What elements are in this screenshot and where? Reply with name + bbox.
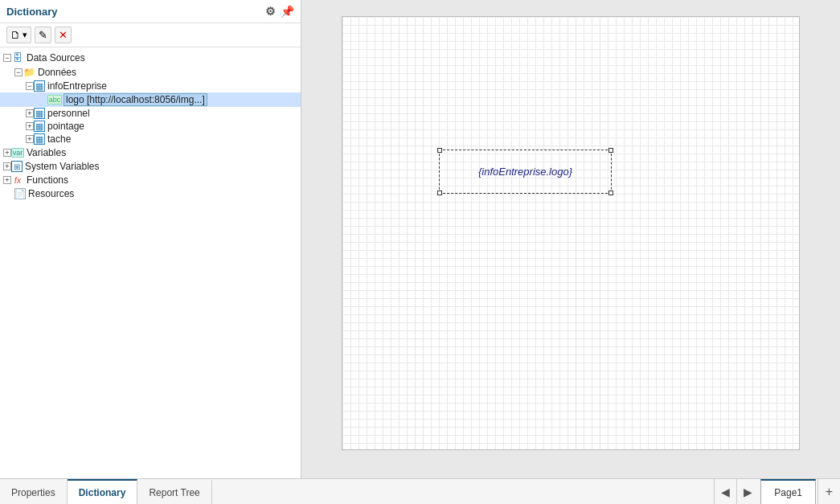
expand-icon-donnees[interactable]: − [14,68,23,76]
panel-header: Dictionary ⚙ 📌 [0,0,301,23]
handle-tr[interactable] [608,148,613,153]
panel-title: Dictionary [6,6,58,18]
tab-properties-label: Properties [11,487,55,498]
add-dropdown-icon: ▾ [23,30,27,40]
bottom-bar: Properties Dictionary Report Tree ◀ ▶ Pa… [0,478,840,504]
delete-button[interactable]: ✕ [55,27,72,43]
tree-label-data-sources: Data Sources [27,52,85,64]
tree-node-functions[interactable]: + fx Functions [0,173,301,187]
table-icon-personnel: ▦ [34,108,45,119]
var-icon: var [11,146,24,159]
expand-icon-infoentreprise[interactable]: − [26,82,34,90]
sysvar-icon: ⊞ [11,161,23,172]
tree-node-donnees[interactable]: − 📁 Données [0,65,301,80]
tree-area: − 🗄 Data Sources − 📁 Données − ▦ infoEnt… [0,47,301,478]
fx-icon: fx [11,174,24,186]
db-icon: 🗄 [11,51,24,64]
add-icon: 🗋 [10,29,21,41]
gear-icon[interactable]: ⚙ [265,5,276,18]
expand-icon-pointage[interactable]: + [26,122,34,130]
right-panel: {infoEntreprise.logo} [301,0,840,478]
expand-icon-resources [3,188,14,199]
tab-report-tree-label: Report Tree [149,487,199,498]
tree-label-functions: Functions [27,174,68,186]
next-page-button[interactable]: ▶ [736,479,759,505]
edit-icon: ✎ [39,29,47,41]
page1-label: Page1 [774,487,802,498]
add-page-button[interactable]: + [817,479,840,505]
tree-label-logo: logo [http://localhost:8056/img...] [64,93,207,106]
tree-label-tache: tache [47,133,71,145]
expand-icon-variables[interactable]: + [3,149,11,157]
pin-icon[interactable]: 📌 [281,5,294,18]
page-nav: ◀ ▶ Page1 + [714,479,840,504]
edit-button[interactable]: ✎ [35,27,51,43]
handle-br[interactable] [608,191,613,195]
tree-node-resources[interactable]: 📄 Resources [0,187,301,200]
canvas[interactable]: {infoEntreprise.logo} [342,16,800,450]
tree-label-pointage: pointage [47,121,84,132]
expand-icon-logo [37,94,48,105]
table-icon-pointage: ▦ [34,121,45,132]
tree-label-variables: Variables [27,147,66,158]
table-icon-tache: ▦ [34,133,45,145]
canvas-wrapper: {infoEntreprise.logo} [318,16,824,462]
field-abc-icon: abc [48,93,61,106]
table-icon-infoentreprise: ▦ [34,80,45,92]
tab-dictionary[interactable]: Dictionary [68,479,138,504]
tree-label-personnel: personnel [47,108,90,119]
handle-bl[interactable] [437,191,442,195]
left-panel: Dictionary ⚙ 📌 🗋 ▾ ✎ ✕ − 🗄 Data So [0,0,301,478]
tree-node-variables[interactable]: + var Variables [0,145,301,160]
tab-dictionary-label: Dictionary [79,487,126,498]
tree-node-personnel[interactable]: + ▦ personnel [0,107,301,120]
bottom-tabs: Properties Dictionary Report Tree [0,479,212,504]
tree-node-system-variables[interactable]: + ⊞ System Variables [0,160,301,173]
tree-label-donnees: Données [38,67,76,78]
tree-label-resources: Resources [28,188,74,199]
tree-label-infoentreprise: infoEntreprise [47,80,107,92]
handle-tl[interactable] [437,148,442,153]
tab-report-tree[interactable]: Report Tree [137,479,211,504]
page1-tab[interactable]: Page1 [760,479,816,505]
resources-icon: 📄 [14,188,26,199]
add-button[interactable]: 🗋 ▾ [6,27,31,43]
expand-icon-system-variables[interactable]: + [3,162,11,170]
tree-label-system-variables: System Variables [25,161,99,172]
tree-node-tache[interactable]: + ▦ tache [0,133,301,145]
toolbar: 🗋 ▾ ✎ ✕ [0,23,301,47]
prev-page-button[interactable]: ◀ [714,479,736,505]
tree-node-infoentreprise[interactable]: − ▦ infoEntreprise [0,80,301,92]
folder-icon: 📁 [23,66,35,79]
delete-icon: ✕ [59,29,68,41]
canvas-element-logo[interactable]: {infoEntreprise.logo} [439,150,612,194]
canvas-element-text: {infoEntreprise.logo} [478,166,572,178]
tree-node-logo[interactable]: abc logo [http://localhost:8056/img...] [0,92,301,107]
expand-icon-personnel[interactable]: + [26,109,34,117]
expand-icon-tache[interactable]: + [26,135,34,143]
panel-header-icons: ⚙ 📌 [265,5,294,18]
canvas-grid [342,17,799,449]
tree-node-data-sources[interactable]: − 🗄 Data Sources [0,51,301,65]
expand-icon-functions[interactable]: + [3,176,11,184]
tree-node-pointage[interactable]: + ▦ pointage [0,120,301,133]
expand-icon-data-sources[interactable]: − [3,54,11,62]
tab-properties[interactable]: Properties [0,479,68,504]
